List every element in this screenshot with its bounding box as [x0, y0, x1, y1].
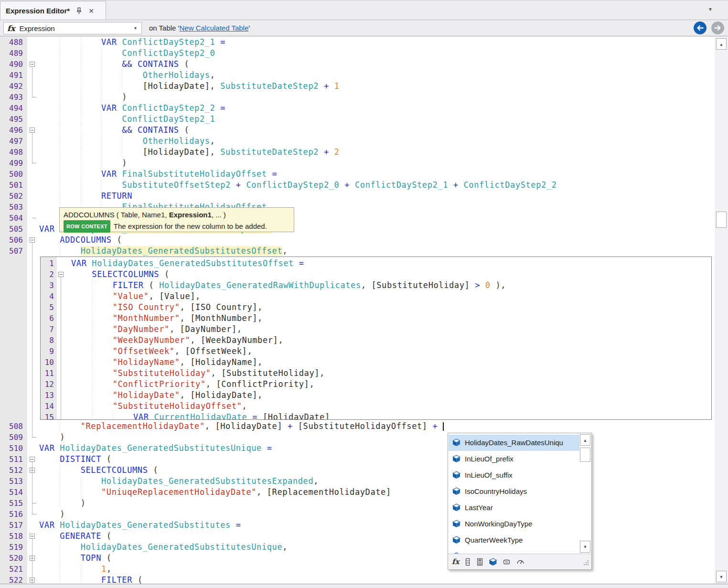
- line-number: 520: [0, 553, 23, 564]
- code-line[interactable]: 508 "ReplacementHolidayDate", [HolidayDa…: [0, 421, 715, 432]
- peek-definition-view[interactable]: 1VAR HolidayDates_GeneratedSubstitutesOf…: [40, 257, 712, 420]
- code-line[interactable]: 498 [HolidayDate], SubstituteDateStep2 +…: [0, 147, 715, 158]
- code-line[interactable]: 499 ): [0, 158, 715, 169]
- autocomplete-list[interactable]: QuarterWeekTypeNonWorkingDayTypeLastYear…: [448, 433, 591, 554]
- autocomplete-item[interactable]: IsoCountryHolidays: [449, 483, 579, 500]
- code-line[interactable]: 520 TOPN (: [0, 553, 715, 564]
- code-line[interactable]: 489 ConflictDayStep2_0: [0, 48, 715, 59]
- code-editor[interactable]: 488 VAR ConflictDayStep2_1 =489 Conflict…: [0, 37, 715, 584]
- autocomplete-item[interactable]: InLieuOf_suffix: [449, 467, 579, 483]
- autocomplete-item[interactable]: QuarterWeekType: [449, 532, 579, 548]
- code-line[interactable]: 5 "ISO Country", [ISO Country],: [41, 302, 711, 313]
- chevron-down-icon[interactable]: ▼: [133, 26, 138, 31]
- code-line[interactable]: 14 "SubstituteHolidayOffset",: [41, 401, 711, 412]
- fold-collapse-icon[interactable]: [30, 534, 35, 539]
- code-line[interactable]: 10 "HolidayName", [HolidayName],: [41, 357, 711, 368]
- code-line[interactable]: 500 VAR FinalSubstituteHolidayOffset =: [0, 169, 715, 180]
- code-line[interactable]: 13 "HolidayDate", [HolidayDate],: [41, 390, 711, 401]
- code-line[interactable]: 509 ): [0, 432, 715, 443]
- autocomplete-scroll-up-button[interactable]: ▲: [580, 434, 590, 446]
- code-line[interactable]: 522 FILTER (: [0, 575, 715, 584]
- fold-collapse-icon[interactable]: [30, 237, 35, 243]
- autocomplete-item-partial[interactable]: [449, 548, 579, 554]
- code-line[interactable]: 491 OtherHolidays,: [0, 70, 715, 81]
- autocomplete-item[interactable]: NonWorkingDayType: [449, 516, 579, 532]
- scrollbar-thumb[interactable]: [716, 212, 727, 228]
- pin-icon[interactable]: [75, 7, 83, 15]
- autocomplete-scrollbar-thumb[interactable]: [580, 448, 590, 462]
- code-line[interactable]: 506 ADDCOLUMNS (: [0, 235, 715, 246]
- navigate-back-button[interactable]: [694, 21, 707, 34]
- code-line[interactable]: 518 GENERATE (: [0, 531, 715, 542]
- calculator-filter-icon[interactable]: [476, 558, 483, 566]
- autocomplete-scroll-down-button[interactable]: ▼: [580, 541, 590, 553]
- fold-collapse-icon[interactable]: [30, 457, 35, 462]
- code-line[interactable]: 494 VAR ConflictDayStep2_2 =: [0, 103, 715, 114]
- line-number: 497: [0, 136, 23, 147]
- code-line[interactable]: 493 ): [0, 92, 715, 103]
- code-line[interactable]: 515 ): [0, 498, 715, 509]
- scroll-down-button[interactable]: ▼: [716, 571, 727, 582]
- code-line[interactable]: 9 "OffsetWeek", [OffsetWeek],: [41, 346, 711, 357]
- table-link[interactable]: New Calculated Table: [179, 24, 248, 32]
- code-line[interactable]: 6 "MonthNumber", [MonthNumber],: [41, 313, 711, 324]
- code-line[interactable]: 12 "ConflictPriority", [ConflictPriority…: [41, 379, 711, 390]
- scroll-up-button[interactable]: ▲: [716, 38, 727, 50]
- code-line[interactable]: 512 SELECTCOLUMNS (: [0, 465, 715, 476]
- code-text: "ReplacementHolidayDate", [HolidayDate] …: [39, 421, 444, 432]
- code-line[interactable]: 7 "DayNumber", [DayNumber],: [41, 324, 711, 335]
- line-number: 519: [0, 542, 23, 553]
- autocomplete-item[interactable]: HolidayDates_RawDatesUniqu: [449, 435, 579, 451]
- close-icon[interactable]: ✕: [88, 7, 94, 15]
- code-line[interactable]: 521 1,: [0, 564, 715, 575]
- table-filter-icon[interactable]: [489, 558, 497, 566]
- code-line[interactable]: 513 HolidayDates_GeneratedSubstitutesExp…: [0, 476, 715, 487]
- code-line[interactable]: 497 OtherHolidays,: [0, 136, 715, 147]
- measure-filter-icon[interactable]: [503, 558, 511, 566]
- window-menu-caret-icon[interactable]: ▼: [708, 7, 713, 12]
- code-line[interactable]: 15 VAR CurrentHolidayDate = [HolidayDate…: [41, 412, 711, 420]
- autocomplete-item[interactable]: LastYear: [449, 500, 579, 516]
- tab-strip: Expression Editor* ✕ ▼: [0, 0, 728, 20]
- code-text: TOPN (: [39, 553, 112, 564]
- code-line[interactable]: 11 "SubstituteHoliday", [SubstituteHolid…: [41, 368, 711, 379]
- tab-expression-editor[interactable]: Expression Editor* ✕: [0, 1, 106, 20]
- navigate-forward-button[interactable]: [711, 21, 724, 34]
- code-line[interactable]: 502 RETURN: [0, 191, 715, 202]
- fold-collapse-icon[interactable]: [58, 272, 64, 277]
- code-line[interactable]: 3 FILTER ( HolidayDates_GeneratedRawWith…: [41, 280, 711, 291]
- fx-filter-icon[interactable]: fx: [452, 557, 459, 566]
- expression-combobox[interactable]: fx Expression ▼: [3, 22, 142, 34]
- fold-end-tick: [32, 163, 36, 163]
- resize-grip[interactable]: [583, 559, 589, 567]
- code-line[interactable]: 507 HolidayDates_GeneratedSubstitutesOff…: [0, 246, 715, 257]
- fold-collapse-icon[interactable]: [30, 128, 35, 133]
- code-line[interactable]: 488 VAR ConflictDayStep2_1 =: [0, 37, 715, 48]
- code-line[interactable]: 490 && CONTAINS (: [0, 59, 715, 70]
- line-number: 509: [0, 432, 23, 443]
- code-line[interactable]: 510VAR HolidayDates_GeneratedSubstitutes…: [0, 443, 715, 454]
- code-line[interactable]: 8 "WeekDayNumber", [WeekDayNumber],: [41, 335, 711, 346]
- autocomplete-item[interactable]: InLieuOf_prefix: [449, 451, 579, 467]
- code-line[interactable]: 517VAR HolidayDates_GeneratedSubstitutes…: [0, 520, 715, 531]
- code-text: ADDCOLUMNS (: [39, 235, 122, 246]
- code-line[interactable]: 501 SubstituteOffsetStep2 + ConflictDayS…: [0, 180, 715, 191]
- line-number: 512: [0, 465, 23, 476]
- column-filter-icon[interactable]: [464, 558, 471, 566]
- code-line[interactable]: 2 SELECTCOLUMNS (: [41, 269, 711, 280]
- code-line[interactable]: 492 [HolidayDate], SubstituteDateStep2 +…: [0, 81, 715, 92]
- text-cursor: [443, 422, 444, 431]
- fold-collapse-icon[interactable]: [30, 62, 35, 67]
- code-line[interactable]: 511 DISTINCT (: [0, 454, 715, 465]
- line-number: 500: [0, 169, 23, 180]
- code-line[interactable]: 1VAR HolidayDates_GeneratedSubstitutesOf…: [41, 258, 711, 269]
- kpi-filter-icon[interactable]: [516, 558, 525, 566]
- fx-icon: fx: [7, 24, 15, 33]
- code-line[interactable]: 4 "Value", [Value],: [41, 291, 711, 302]
- code-line[interactable]: 495 ConflictDayStep2_1: [0, 114, 715, 125]
- code-line[interactable]: 496 && CONTAINS (: [0, 125, 715, 136]
- code-line[interactable]: 519 HolidayDates_GeneratedSubstitutesUni…: [0, 542, 715, 553]
- code-line[interactable]: 516 ): [0, 509, 715, 520]
- code-line[interactable]: 514 "UniuqeReplacementHolidayDate", [Rep…: [0, 487, 715, 498]
- editor-vertical-scrollbar[interactable]: ▲ ▼: [715, 37, 728, 584]
